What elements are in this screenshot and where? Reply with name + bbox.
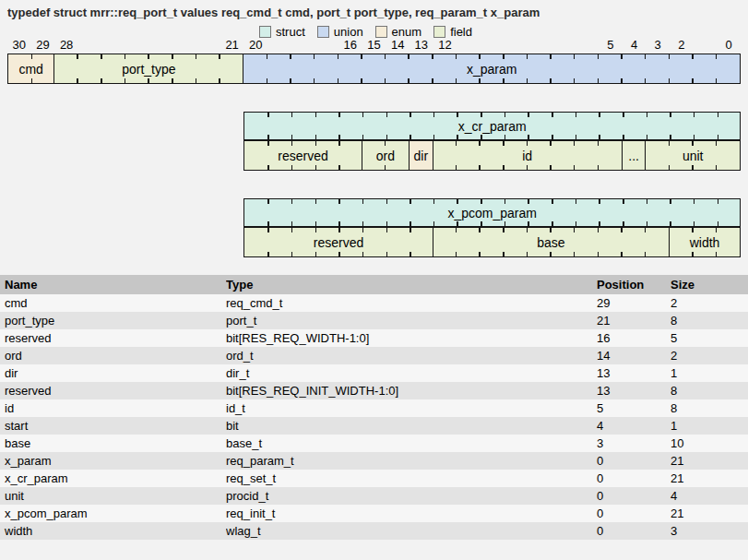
bit-tick [338,135,340,139]
cell-position: 21 [597,314,671,328]
table-header-type[interactable]: Type [226,278,597,292]
bit-tick [315,165,317,170]
field-cell-cmd[interactable]: cmd [7,54,54,84]
table-row-reserved[interactable]: reservedbit[RES_REQ_INIT_WIDTH-1:0]138 [0,382,748,399]
cell-name: cmd [0,296,226,310]
table-row-unit[interactable]: unitprocid_t04 [0,487,748,505]
bit-tick [315,199,317,204]
cell-label: x_pcom_param [447,206,537,220]
table-header-position[interactable]: Position [597,278,671,292]
field-cell-dir[interactable]: dir [410,140,433,171]
bit-tick [670,135,671,139]
table-row-base[interactable]: basebase_t310 [0,435,748,452]
bit-tick [410,252,411,256]
bit-tick [338,165,340,170]
cell-type: bit [226,419,597,433]
table-header-size[interactable]: Size [671,278,748,292]
bit-tick [623,199,624,204]
bit-tick [598,252,600,256]
cell-label: ... [628,149,639,163]
field-cell-reserved[interactable]: reserved [243,140,362,171]
field-cell-unit[interactable]: unit [646,140,741,171]
field-cell-reserved[interactable]: reserved [243,227,433,257]
table-row-cmd[interactable]: cmdreq_cmd_t292 [0,294,748,312]
table-row-x_pcom_param[interactable]: x_pcom_paramreq_init_t021 [0,505,748,522]
bit-tick [574,165,576,170]
cell-name: x_pcom_param [0,506,226,520]
bit-tick [669,78,671,83]
bit-tick [598,165,600,170]
bit-tick [479,252,481,256]
bit-tick [456,165,457,170]
bit-tick [433,221,435,226]
bit-tick [385,141,386,146]
cell-position: 0 [597,471,671,485]
bit-tick [552,113,553,117]
cell-size: 21 [671,454,748,468]
bit-tick [362,113,364,117]
bit-tick [481,199,482,204]
bit-tick [101,78,102,83]
bit-tick [196,78,197,83]
bit-tick [645,78,647,83]
bit-tick [552,199,553,204]
bit-tick [315,252,317,256]
cell-name: reserved [0,331,226,345]
cell-position: 13 [597,366,671,380]
bit-tick [505,199,506,204]
field-cell-id[interactable]: id [433,140,623,171]
bit-tick [101,54,102,59]
table-row-ord[interactable]: ordord_t142 [0,347,748,364]
cell-type: req_init_t [226,506,597,520]
cell-name: id [0,401,226,415]
field-cell-base[interactable]: base [433,227,670,257]
bit-tick [528,135,529,139]
table-header-name[interactable]: Name [0,278,226,292]
cell-label: base [537,235,564,250]
table-row-port_type[interactable]: port_typeport_t218 [0,312,748,329]
table-row-dir[interactable]: dirdir_t131 [0,364,748,382]
bit-tick [432,78,433,83]
bit-tick [528,113,529,117]
field-cell-dots[interactable]: ... [623,140,647,171]
bit-tick [503,54,505,59]
field-cell-width[interactable]: width [670,227,741,257]
bit-tick [527,54,528,59]
bit-tick [481,135,482,139]
bit-tick [385,78,386,83]
bit-tick [338,54,339,59]
field-cell-ord[interactable]: ord [362,140,410,171]
table-row-start[interactable]: startbit41 [0,417,748,435]
bit-tick [598,54,600,59]
bit-tick [479,141,481,146]
bit-tick [716,141,718,146]
struct-header-cell-x_cr_param[interactable]: x_cr_param [243,112,741,140]
cell-type: procid_t [226,489,597,503]
bit-tick [694,199,695,204]
bit-tick [692,228,694,232]
table-row-id[interactable]: idid_t58 [0,399,748,417]
bit-tick [621,252,623,256]
bit-tick [267,113,269,117]
bit-tick [433,199,435,204]
cell-size: 5 [671,331,748,345]
struct-header-cell-x_pcom_param[interactable]: x_pcom_param [243,198,741,227]
bit-tick [481,113,482,117]
cell-position: 29 [597,296,671,310]
bit-tick [552,221,553,226]
bit-tick [385,54,386,59]
cell-size: 8 [671,314,748,328]
table-row-x_param[interactable]: x_paramreq_param_t021 [0,452,748,470]
bit-tick [550,54,552,59]
bit-tick [267,221,269,226]
bit-tick [456,141,457,146]
table-row-x_cr_param[interactable]: x_cr_paramreq_set_t021 [0,470,748,487]
cell-label: ord [376,149,395,163]
table-row-width[interactable]: widthwlag_t03 [0,522,748,540]
field-cell-x_param[interactable]: x_param [243,54,741,84]
table-row-reserved[interactable]: reservedbit[RES_REQ_WIDTH-1:0]165 [0,329,748,347]
bit-tick [172,54,173,59]
cell-position: 0 [597,506,671,520]
field-cell-port_type[interactable]: port_type [54,54,243,84]
bit-tick [172,78,173,83]
